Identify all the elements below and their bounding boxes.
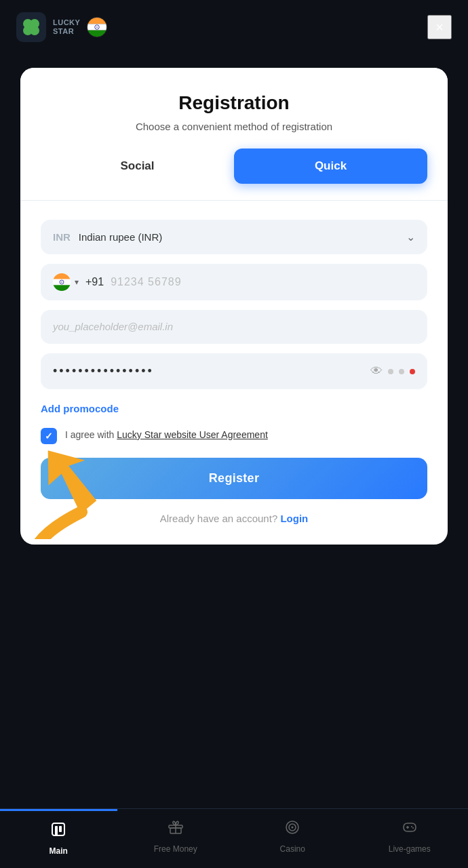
- svg-rect-8: [87, 31, 106, 37]
- tab-social[interactable]: Social: [41, 149, 234, 184]
- phone-input-row: ▾ +91 91234 56789: [41, 264, 427, 300]
- app-header: LUCKY STAR ×: [0, 0, 468, 54]
- logo-text: LUCKY STAR: [53, 18, 80, 36]
- main-content: Registration Choose a convenient method …: [0, 54, 468, 545]
- nav-label-main: Main: [50, 846, 68, 856]
- nav-label-casino: Casino: [280, 844, 305, 854]
- registration-card: Registration Choose a convenient method …: [20, 68, 448, 545]
- logo-icon: [16, 12, 46, 42]
- password-icons: 👁: [370, 364, 415, 378]
- close-button[interactable]: ×: [427, 15, 452, 39]
- agreement-checkbox[interactable]: ✓: [41, 428, 57, 444]
- svg-point-29: [412, 827, 414, 829]
- currency-name: Indian rupee (INR): [79, 231, 406, 243]
- gamepad-icon: [401, 818, 418, 840]
- email-input[interactable]: you_placeholder@email.in: [41, 310, 427, 344]
- logo-area: LUCKY STAR: [16, 12, 107, 42]
- login-link[interactable]: Login: [280, 513, 308, 524]
- svg-rect-6: [87, 18, 106, 24]
- country-flag: [87, 17, 107, 37]
- tab-quick[interactable]: Quick: [234, 149, 427, 184]
- phone-prefix: +91: [85, 276, 104, 288]
- nav-item-casino[interactable]: Casino: [234, 809, 351, 868]
- svg-point-10: [97, 26, 98, 27]
- svg-rect-17: [52, 823, 64, 835]
- register-button[interactable]: Register: [41, 458, 427, 499]
- email-placeholder: you_placeholder@email.in: [53, 321, 173, 332]
- currency-code: INR: [53, 231, 71, 243]
- currency-dropdown[interactable]: INR Indian rupee (INR) ⌄: [41, 220, 427, 254]
- agreement-text: I agree with Lucky Star website User Agr…: [65, 428, 268, 442]
- svg-point-28: [411, 826, 412, 827]
- country-selector[interactable]: ▾: [53, 273, 79, 291]
- checkmark-icon: ✓: [45, 431, 53, 441]
- strength-dot-2: [399, 369, 404, 374]
- password-value: ••••••••••••••••: [53, 364, 370, 378]
- svg-rect-13: [53, 285, 71, 291]
- arrow-decoration-area: Register: [41, 458, 427, 513]
- password-input[interactable]: •••••••••••••••• 👁: [41, 353, 427, 389]
- eye-icon[interactable]: 👁: [370, 364, 383, 378]
- login-prompt-text: Already have an account?: [160, 513, 277, 524]
- registration-title: Registration: [47, 92, 421, 114]
- agreement-link[interactable]: Lucky Star website User Agreement: [117, 429, 268, 440]
- login-prompt-row: Already have an account? Login: [41, 513, 427, 524]
- registration-subtitle: Choose a convenient method of registrati…: [47, 121, 421, 132]
- svg-point-15: [61, 281, 62, 282]
- casino-icon: [284, 818, 301, 840]
- phone-number-input[interactable]: 91234 56789: [111, 276, 415, 288]
- svg-rect-4: [29, 25, 33, 29]
- registration-form: INR Indian rupee (INR) ⌄: [20, 220, 448, 524]
- main-icon: [50, 821, 67, 842]
- svg-rect-5: [31, 30, 33, 34]
- phone-flag: [53, 273, 71, 291]
- bottom-navigation: Main Free Money Casino: [0, 808, 468, 868]
- nav-label-free-money: Free Money: [154, 844, 197, 854]
- nav-item-main[interactable]: Main: [0, 809, 117, 868]
- svg-rect-19: [59, 826, 62, 832]
- card-header: Registration Choose a convenient method …: [20, 68, 448, 149]
- chevron-down-icon: ⌄: [406, 231, 415, 243]
- strength-dot-1: [388, 369, 393, 374]
- gift-icon: [167, 818, 184, 840]
- svg-rect-11: [53, 273, 71, 279]
- nav-item-live-games[interactable]: Live-games: [351, 809, 469, 868]
- divider: [20, 200, 448, 201]
- nav-item-free-money[interactable]: Free Money: [117, 809, 235, 868]
- nav-label-live-games: Live-games: [389, 844, 431, 854]
- add-promocode-link[interactable]: Add promocode: [41, 403, 427, 414]
- registration-tabs: Social Quick: [20, 149, 448, 200]
- agreement-row: ✓ I agree with Lucky Star website User A…: [41, 428, 427, 444]
- svg-point-25: [292, 827, 294, 829]
- country-chevron-icon: ▾: [75, 277, 79, 287]
- svg-rect-18: [55, 826, 58, 835]
- strength-dot-3: [410, 369, 415, 374]
